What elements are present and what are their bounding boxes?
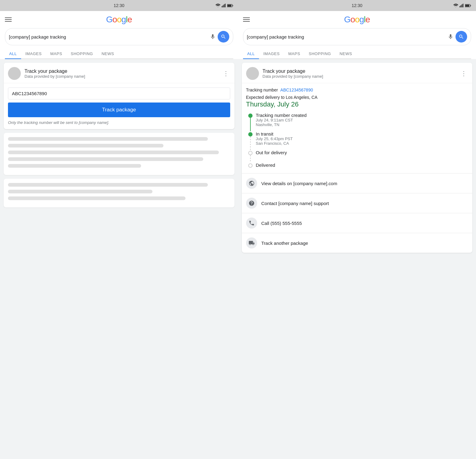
tab-images-right[interactable]: IMAGES <box>259 49 284 59</box>
card-subtitle-right: Data provided by [company name] <box>263 74 460 79</box>
track-form: Track package Only the tracking number w… <box>4 83 234 129</box>
svg-rect-13 <box>465 5 469 7</box>
card-title-area-left: Track your package Data provided by [com… <box>24 69 222 79</box>
tab-news-right[interactable]: NEWS <box>335 49 356 59</box>
timeline-line-3 <box>250 155 251 162</box>
menu-row-right: Google <box>243 15 471 24</box>
skeleton-bar <box>8 183 208 187</box>
card-subtitle-left: Data provided by [company name] <box>24 74 222 79</box>
timeline-line-2 <box>250 136 251 150</box>
svg-rect-8 <box>461 5 462 7</box>
svg-rect-1 <box>223 5 223 7</box>
track-another-text: Track another package <box>261 241 308 246</box>
wifi-icon-right <box>453 4 458 7</box>
hamburger-menu-left[interactable] <box>5 17 12 22</box>
action-contact-support[interactable]: Contact [company name] support <box>242 193 473 213</box>
search-tabs-left: ALL IMAGES MAPS SHOPPING NEWS <box>5 49 233 59</box>
search-input-right[interactable]: [company] package tracking <box>247 34 448 39</box>
timeline-detail-loc-1: Nashville, TN <box>256 122 468 127</box>
action-track-another[interactable]: Track another package <box>242 233 473 253</box>
globe-icon <box>246 178 257 189</box>
svg-rect-5 <box>232 5 233 6</box>
hamburger-menu-right[interactable] <box>243 17 250 22</box>
tracking-number-label: Tracking number <box>246 88 278 92</box>
tab-all-left[interactable]: ALL <box>5 49 21 59</box>
battery-icon-right <box>465 4 471 7</box>
wifi-icon <box>216 4 220 7</box>
contact-support-text: Contact [company name] support <box>261 201 329 206</box>
tab-news-left[interactable]: NEWS <box>97 49 118 59</box>
mic-icon-right[interactable] <box>448 34 454 40</box>
search-bar-right[interactable]: [company] package tracking <box>243 28 471 45</box>
track-result-card: Track your package Data provided by [com… <box>242 63 473 253</box>
tab-maps-left[interactable]: MAPS <box>46 49 66 59</box>
timeline-dot-1 <box>248 114 253 118</box>
search-button-left[interactable] <box>218 31 229 43</box>
left-panel: 12:30 Google [company] package tracking <box>0 0 238 459</box>
svg-rect-10 <box>463 4 464 7</box>
track-package-button[interactable]: Track package <box>8 103 230 117</box>
svg-rect-6 <box>227 5 231 7</box>
svg-rect-2 <box>224 4 225 7</box>
svg-rect-9 <box>462 4 463 7</box>
content-left: Track your package Data provided by [com… <box>0 59 238 459</box>
call-text: Call (555) 555-5555 <box>261 221 302 226</box>
timeline-event-1: Tracking number created <box>256 113 468 118</box>
skeleton-bar <box>8 196 186 200</box>
tracking-result: Tracking number ABC1234567890 Expected d… <box>242 83 473 173</box>
disclaimer-text: Only the tracking number will be sent to… <box>8 120 230 125</box>
svg-rect-0 <box>222 6 223 7</box>
top-bar-right: Google [company] package tracking ALL IM… <box>238 11 476 59</box>
card-title-area-right: Track your package Data provided by [com… <box>263 69 460 79</box>
skeleton-bar <box>8 151 219 154</box>
timeline-col-2 <box>246 131 255 150</box>
timeline-event-4: Delivered <box>256 162 468 168</box>
timeline-dot-2 <box>248 132 253 136</box>
timeline-item-2: In transit July 25, 6:43pm PST San Franc… <box>246 131 468 150</box>
svg-rect-3 <box>225 4 226 7</box>
tab-all-right[interactable]: ALL <box>243 49 259 59</box>
status-icons-left <box>216 4 233 7</box>
tab-maps-right[interactable]: MAPS <box>284 49 305 59</box>
search-button-right[interactable] <box>455 31 467 43</box>
tab-shopping-right[interactable]: SHOPPING <box>305 49 335 59</box>
search-tabs-right: ALL IMAGES MAPS SHOPPING NEWS <box>243 49 471 59</box>
battery-icon <box>227 4 233 7</box>
delivery-label: Expected delivery to Los Angeles, CA <box>246 95 468 100</box>
skeleton-bar <box>8 164 141 168</box>
search-input-left[interactable]: [company] package tracking <box>9 34 210 39</box>
tracking-number-row: Tracking number ABC1234567890 <box>246 88 468 92</box>
company-logo-right <box>246 67 259 80</box>
skeleton-card-1 <box>4 133 234 175</box>
content-right: Track your package Data provided by [com… <box>238 59 476 459</box>
top-bar-left: Google [company] package tracking ALL IM… <box>0 11 238 59</box>
timeline-event-3: Out for delivery <box>256 150 468 155</box>
timeline-item-3: Out for delivery <box>246 150 468 162</box>
timeline-item-4: Delivered <box>246 162 468 169</box>
signal-icon-right <box>459 4 464 7</box>
skeleton-bar <box>8 137 208 141</box>
delivery-date: Thursday, July 26 <box>246 100 468 108</box>
status-bar-left: 12:30 <box>0 0 238 11</box>
action-call[interactable]: Call (555) 555-5555 <box>242 213 473 233</box>
card-menu-button-right[interactable]: ⋮ <box>459 69 468 78</box>
mic-icon-left[interactable] <box>210 34 216 40</box>
search-bar-left[interactable]: [company] package tracking <box>5 28 233 45</box>
skeleton-bar <box>8 190 152 193</box>
card-menu-button-left[interactable]: ⋮ <box>222 69 230 78</box>
timeline-dot-4 <box>248 163 253 168</box>
tracking-number-input[interactable] <box>8 88 230 99</box>
timeline-content-4: Delivered <box>255 162 468 169</box>
timeline-item-1: Tracking number created July 24, 9:11am … <box>246 113 468 131</box>
status-bar-right: 12:30 <box>238 0 476 11</box>
card-title-left: Track your package <box>24 69 222 74</box>
status-time-right: 12:30 <box>352 3 362 8</box>
skeleton-card-2 <box>4 179 234 207</box>
card-header-left: Track your package Data provided by [com… <box>4 63 234 83</box>
tab-shopping-left[interactable]: SHOPPING <box>66 49 97 59</box>
timeline-detail-date-2: July 25, 6:43pm PST <box>256 136 468 141</box>
action-view-details[interactable]: View details on [company name].com <box>242 173 473 193</box>
tracking-number-value[interactable]: ABC1234567890 <box>280 88 313 92</box>
tab-images-left[interactable]: IMAGES <box>21 49 46 59</box>
timeline-col-3 <box>246 150 255 162</box>
